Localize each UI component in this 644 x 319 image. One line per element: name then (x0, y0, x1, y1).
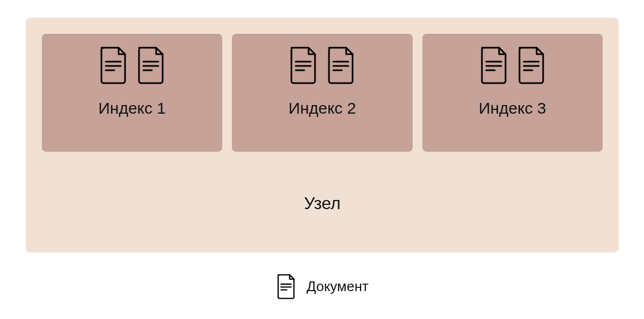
document-icon (287, 46, 319, 84)
document-icon (515, 46, 547, 84)
document-icon (275, 273, 297, 299)
index-label: Индекс 3 (479, 99, 546, 117)
index-box-3: Индекс 3 (422, 34, 603, 152)
node-container: Индекс 1 (26, 18, 619, 253)
node-label: Узел (42, 194, 603, 213)
document-icon (325, 46, 357, 84)
document-icon (135, 46, 167, 84)
document-icon (478, 46, 510, 84)
legend: Документ (0, 273, 644, 299)
icon-pair (287, 46, 357, 84)
legend-label: Документ (306, 278, 368, 295)
index-label: Индекс 1 (98, 99, 166, 117)
index-box-1: Индекс 1 (42, 34, 222, 152)
index-box-2: Индекс 2 (232, 34, 412, 152)
document-icon (97, 46, 129, 84)
index-row: Индекс 1 (42, 34, 603, 152)
icon-pair (478, 46, 547, 84)
icon-pair (97, 46, 167, 84)
index-label: Индекс 2 (289, 99, 356, 117)
